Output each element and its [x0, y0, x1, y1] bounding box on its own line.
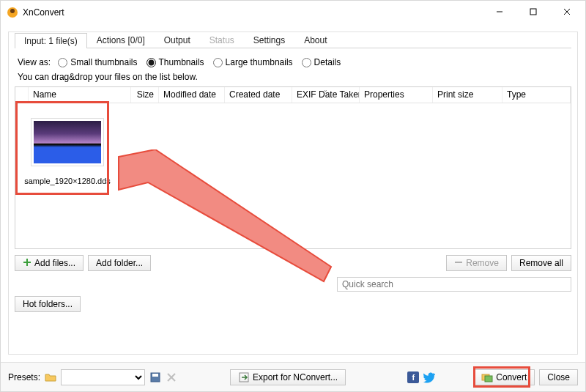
- button-label: Add files...: [34, 258, 75, 268]
- main-panel: Input: 1 file(s) Actions [0/0] Output St…: [8, 32, 578, 355]
- minimize-button[interactable]: [483, 1, 516, 23]
- export-nconvert-button[interactable]: Export for NConvert...: [230, 369, 346, 385]
- col-created[interactable]: Created date: [225, 87, 292, 103]
- save-icon[interactable]: [149, 371, 161, 383]
- svg-rect-3: [530, 9, 536, 15]
- thumbnail-filename: sample_1920×1280.dds: [24, 177, 111, 185]
- add-folder-button[interactable]: Add folder...: [88, 255, 151, 271]
- convert-icon: [481, 371, 493, 383]
- export-icon: [238, 371, 250, 383]
- window-controls: [483, 1, 584, 23]
- list-buttons-row: Add files... Add folder... Remove Remove…: [15, 255, 571, 271]
- svg-rect-8: [152, 374, 158, 377]
- list-header: Name Size Modified date Created date ⌄EX…: [15, 87, 571, 103]
- presets-label: Presets:: [8, 372, 40, 382]
- tab-bar: Input: 1 file(s) Actions [0/0] Output St…: [15, 32, 571, 48]
- button-label: Remove: [466, 258, 499, 268]
- sort-indicator-icon: ⌄: [323, 87, 328, 93]
- col-name[interactable]: Name: [29, 87, 131, 103]
- file-thumbnail-item[interactable]: sample_1920×1280.dds: [24, 111, 111, 199]
- hot-folders-row: Hot folders...: [15, 296, 571, 312]
- view-details[interactable]: Details: [302, 57, 341, 67]
- quick-search-input[interactable]: [337, 277, 571, 292]
- tab-settings[interactable]: Settings: [244, 32, 294, 48]
- plus-icon: [23, 258, 31, 269]
- add-files-button[interactable]: Add files...: [15, 255, 84, 271]
- view-as-label: View as:: [18, 57, 51, 67]
- col-check[interactable]: [15, 87, 29, 103]
- minus-icon: [454, 258, 463, 269]
- file-list[interactable]: Name Size Modified date Created date ⌄EX…: [15, 86, 571, 249]
- app-icon: [7, 7, 18, 18]
- facebook-icon[interactable]: f: [407, 371, 419, 383]
- col-label: EXIF Date Taken: [297, 89, 360, 100]
- col-exif[interactable]: ⌄EXIF Date Taken: [292, 87, 360, 103]
- dragdrop-hint: You can drag&drop your files on the list…: [18, 72, 571, 82]
- tab-actions[interactable]: Actions [0/0]: [87, 32, 155, 48]
- search-row: [15, 277, 571, 292]
- view-large-thumbnails[interactable]: Large thumbnails: [213, 57, 293, 67]
- delete-icon[interactable]: [166, 371, 177, 383]
- folder-open-icon[interactable]: [45, 371, 56, 383]
- tab-output[interactable]: Output: [155, 32, 200, 48]
- app-title: XnConvert: [23, 7, 64, 18]
- view-option-label: Small thumbnails: [70, 57, 137, 67]
- close-app-button[interactable]: Close: [539, 369, 578, 385]
- view-small-thumbnails[interactable]: Small thumbnails: [58, 57, 137, 67]
- view-as-row: View as: Small thumbnails Thumbnails Lar…: [18, 56, 571, 69]
- view-option-label: Details: [314, 57, 341, 67]
- tab-about[interactable]: About: [294, 32, 336, 48]
- remove-all-button[interactable]: Remove all: [511, 255, 571, 271]
- twitter-icon[interactable]: [423, 371, 435, 383]
- tab-input[interactable]: Input: 1 file(s): [15, 33, 87, 48]
- app-window: XnConvert Input: 1 file(s) Actions [0/0]…: [0, 0, 586, 392]
- button-label: Convert: [496, 372, 527, 382]
- col-properties[interactable]: Properties: [360, 87, 433, 103]
- view-option-label: Thumbnails: [159, 57, 204, 67]
- presets-select[interactable]: [61, 369, 145, 385]
- button-label: Export for NConvert...: [253, 372, 338, 382]
- col-printsize[interactable]: Print size: [433, 87, 502, 103]
- bottom-bar: Presets: Export for NConvert... f Conver…: [1, 362, 585, 391]
- remove-button[interactable]: Remove: [446, 255, 507, 271]
- close-button[interactable]: [550, 1, 584, 23]
- col-type[interactable]: Type: [502, 87, 571, 103]
- convert-button[interactable]: Convert: [473, 369, 535, 385]
- view-option-label: Large thumbnails: [226, 57, 293, 67]
- col-modified[interactable]: Modified date: [159, 87, 225, 103]
- svg-rect-13: [485, 376, 492, 382]
- tab-status: Status: [200, 32, 244, 48]
- maximize-button[interactable]: [516, 1, 550, 23]
- svg-point-1: [10, 9, 15, 13]
- hot-folders-button[interactable]: Hot folders...: [15, 296, 81, 312]
- thumbnail-image: [31, 118, 104, 166]
- view-thumbnails[interactable]: Thumbnails: [146, 57, 204, 67]
- col-size[interactable]: Size: [131, 87, 159, 103]
